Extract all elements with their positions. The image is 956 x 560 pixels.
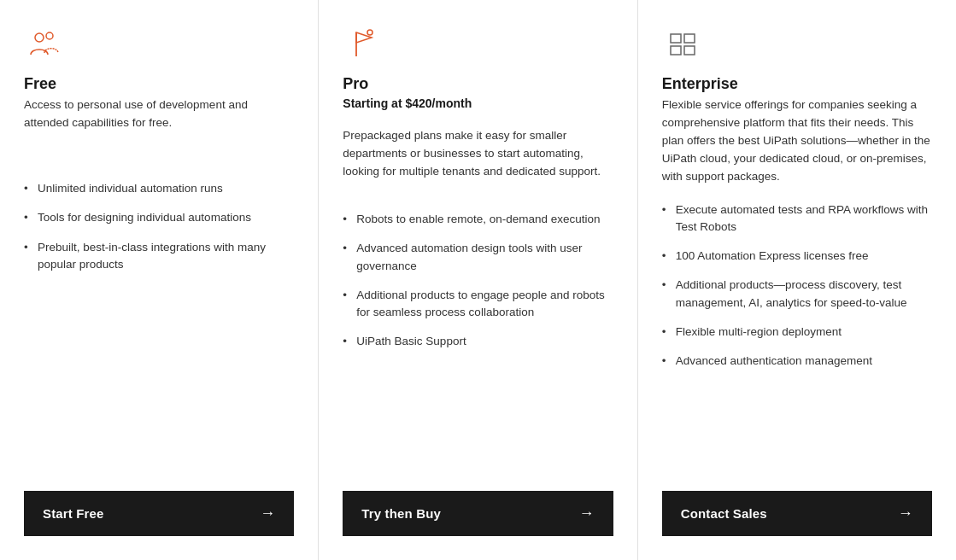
- enterprise-feature-3: Additional products—process discovery, t…: [662, 277, 932, 312]
- try-then-buy-label: Try then Buy: [361, 506, 441, 521]
- pro-features-list: Robots to enable remote, on-demand execu…: [343, 211, 613, 474]
- enterprise-footer: Contact Sales →: [662, 474, 932, 560]
- free-features-list: Unlimited individual automation runs Too…: [24, 180, 294, 474]
- free-footer: Start Free →: [24, 474, 294, 560]
- pro-feature-3: Additional products to engage people and…: [343, 287, 613, 322]
- pro-icon: [343, 24, 384, 65]
- enterprise-feature-2: 100 Automation Express licenses free: [662, 248, 932, 265]
- plan-pro: Pro Starting at $420/month Prepackaged p…: [319, 0, 637, 560]
- try-then-buy-button[interactable]: Try then Buy →: [343, 491, 613, 536]
- svg-rect-6: [684, 34, 695, 43]
- start-free-button[interactable]: Start Free →: [24, 491, 294, 536]
- start-free-label: Start Free: [43, 506, 104, 521]
- pro-plan-name: Pro: [343, 75, 613, 93]
- svg-rect-7: [671, 46, 681, 55]
- try-then-buy-arrow: →: [579, 505, 595, 522]
- contact-sales-button[interactable]: Contact Sales →: [662, 491, 932, 536]
- pro-feature-1: Robots to enable remote, on-demand execu…: [343, 211, 613, 228]
- start-free-arrow: →: [260, 505, 275, 522]
- free-feature-2: Tools for designing individual automatio…: [24, 209, 294, 226]
- plan-free: Free Access to personal use of developme…: [0, 0, 319, 560]
- pricing-container: Free Access to personal use of developme…: [0, 0, 956, 560]
- enterprise-feature-1: Execute automated tests and RPA workflow…: [662, 201, 932, 236]
- free-plan-description: Access to personal use of development an…: [24, 96, 294, 165]
- enterprise-feature-4: Flexible multi-region deployment: [662, 324, 932, 341]
- free-feature-3: Prebuilt, best-in-class integrations wit…: [24, 239, 294, 274]
- svg-point-0: [35, 33, 44, 42]
- enterprise-plan-description: Flexible service offerings for companies…: [662, 96, 932, 186]
- svg-point-1: [46, 32, 53, 39]
- contact-sales-arrow: →: [898, 505, 913, 522]
- free-icon: [24, 24, 65, 65]
- free-plan-name: Free: [24, 75, 294, 93]
- enterprise-icon: [662, 24, 703, 65]
- svg-rect-5: [671, 34, 681, 43]
- free-feature-1: Unlimited individual automation runs: [24, 180, 294, 197]
- enterprise-plan-name: Enterprise: [662, 75, 932, 93]
- pro-plan-price: Starting at $420/month: [343, 96, 613, 110]
- pro-feature-4: UiPath Basic Support: [343, 333, 613, 350]
- enterprise-features-list: Execute automated tests and RPA workflow…: [662, 201, 932, 474]
- enterprise-feature-5: Advanced authentication management: [662, 353, 932, 370]
- plan-enterprise: Enterprise Flexible service offerings fo…: [638, 0, 956, 560]
- pro-feature-2: Advanced automation design tools with us…: [343, 240, 613, 275]
- contact-sales-label: Contact Sales: [681, 506, 767, 521]
- svg-marker-3: [356, 32, 372, 43]
- pro-plan-description: Prepackaged plans make it easy for small…: [343, 127, 613, 195]
- svg-point-4: [367, 30, 372, 35]
- pro-footer: Try then Buy →: [343, 474, 613, 560]
- svg-rect-8: [684, 46, 695, 55]
